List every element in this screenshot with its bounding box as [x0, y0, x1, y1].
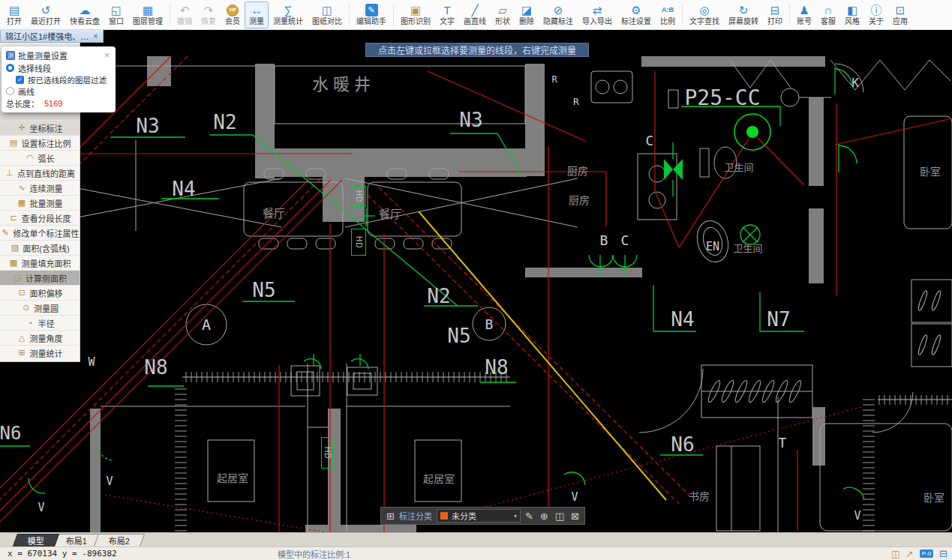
- sidebar-item-measure-circle[interactable]: ⊙测量圆: [0, 300, 80, 315]
- toolbar-button-shapes[interactable]: ▱形状: [491, 1, 515, 28]
- valve-icon: [664, 159, 683, 180]
- sidebar-item-measure-fill-area[interactable]: ▩测量填充面积: [0, 255, 80, 270]
- redo-icon: ↷: [203, 4, 215, 16]
- measure-fill-area-icon: ▩: [9, 258, 19, 268]
- export-icon[interactable]: ↗: [906, 549, 914, 559]
- close-icon[interactable]: ×: [93, 31, 98, 40]
- total-length-value: 5169: [44, 99, 62, 108]
- batch-measure-dialog: 测 批量测量设置 × 选择线段 ✓ 按已选线段的图层过滤 画线 总长度： 516…: [2, 46, 116, 112]
- text-icon: T: [441, 4, 454, 16]
- dialog-close-icon[interactable]: ×: [103, 50, 111, 61]
- toolbar-button-import-export[interactable]: ⇄导入导出: [578, 1, 617, 28]
- toolbar-button-layer-manager[interactable]: ▦图层管理: [128, 1, 167, 28]
- sidebar-item-calc-side-area[interactable]: ◲计算侧面积: [0, 270, 80, 285]
- arc-length-label: 弧长: [38, 152, 55, 164]
- toolbar-button-hide-annotations[interactable]: ⊘隐藏标注: [539, 1, 578, 28]
- toolbar-button-undo[interactable]: ↶撤销: [173, 1, 197, 28]
- toolbar-button-apps[interactable]: ⊡应用: [888, 1, 912, 28]
- document-tab[interactable]: 锦江小区1#楼强电、… ×: [0, 30, 104, 43]
- tab-layout2[interactable]: 布局2: [94, 534, 145, 547]
- sidebar-item-measure-angle[interactable]: △测量角度: [0, 330, 80, 345]
- toolbar-button-vip-member[interactable]: VIP会员: [221, 1, 245, 28]
- draw-line-icon: ╱: [469, 4, 482, 16]
- toolbar-button-draw-line[interactable]: ╱画直线: [459, 1, 491, 28]
- vip-member-icon: VIP: [227, 4, 239, 16]
- move-annotation-icon[interactable]: ⊕: [540, 511, 548, 522]
- measure-icon: ↔: [251, 4, 263, 16]
- annotation-settings-icon: ⚙: [630, 4, 643, 16]
- sidebar-item-area-with-arc[interactable]: ▨面积(含弧线): [0, 240, 80, 255]
- toolbar-button-open[interactable]: ▤打开: [2, 1, 26, 28]
- toolbar-button-account[interactable]: ♟账号: [792, 1, 816, 28]
- continuous-measure-label: 连续测量: [30, 182, 63, 194]
- toolbar-button-text-search[interactable]: ◎文字查找: [685, 1, 724, 28]
- apps-label: 应用: [893, 17, 908, 25]
- lock-annotation-icon[interactable]: ⊠: [571, 511, 579, 522]
- clipboard-icon[interactable]: ◫: [891, 549, 899, 559]
- layer-filter-checkbox[interactable]: ✓: [16, 76, 24, 84]
- layer-filter-label: 按已选线段的图层过滤: [28, 74, 107, 85]
- sidebar-item-set-annotation-scale[interactable]: ▤设置标注比例: [0, 135, 80, 150]
- sidebar-item-batch-measure[interactable]: ▦批量测量: [0, 195, 80, 210]
- cloud-drive-icon: ☁: [79, 4, 92, 16]
- toolbar-button-customer-service[interactable]: ∩客服: [816, 1, 840, 28]
- annotation-scale-status: 模型中的标注比例:1: [278, 548, 350, 560]
- drawing-compare-label: 图纸对比: [312, 17, 342, 25]
- screen-rotate-label: 屏幕旋转: [728, 17, 758, 25]
- toolbar-button-redo[interactable]: ↷恢复: [197, 1, 221, 28]
- measure-statistics-icon: ⊞: [17, 348, 27, 358]
- sidebar-item-point-to-line-distance[interactable]: ⊥点到直线的距离: [0, 165, 80, 180]
- hide-annotations-icon: ⊘: [552, 4, 565, 16]
- sidebar-item-radius[interactable]: ◔半径: [0, 315, 80, 330]
- delete-label: 删除: [519, 17, 534, 25]
- toolbar-button-annotation-settings[interactable]: ⚙标注设置: [617, 1, 656, 28]
- toolbar-button-window[interactable]: ◱窗口: [104, 1, 128, 28]
- toolbar-button-scale[interactable]: A:B比例: [656, 1, 680, 28]
- coordinate-annotation-icon: ✛: [17, 123, 27, 133]
- toolbar-button-text[interactable]: T文字: [435, 1, 459, 28]
- cloud-drive-label: 快看云盘: [70, 17, 100, 25]
- sidebar-item-arc-length[interactable]: ◠弧长: [0, 150, 80, 165]
- toolbar-button-style[interactable]: ◧风格: [840, 1, 864, 28]
- walls: [90, 56, 825, 532]
- recent-open-label: 最近打开: [31, 17, 61, 25]
- view-segment-lengths-label: 查看分段长度: [22, 212, 71, 224]
- layer-manager-label: 图层管理: [133, 17, 163, 25]
- toolbar-button-drawing-compare[interactable]: ◫图纸对比: [308, 1, 347, 28]
- copy-annotation-icon[interactable]: ◫: [555, 511, 564, 522]
- toolbar-button-screen-rotate[interactable]: ↻屏幕旋转: [724, 1, 763, 28]
- sidebar-item-coordinate-annotation[interactable]: ✛坐标标注: [0, 120, 80, 135]
- tab-model[interactable]: 模型: [13, 534, 59, 547]
- shape-recognition-icon: ▣: [410, 4, 422, 16]
- category-dropdown[interactable]: 未分类 ▾: [437, 509, 521, 523]
- select-segments-radio[interactable]: [6, 64, 14, 72]
- yellow-cable-line: [419, 211, 666, 500]
- toolbar-button-edit-assistant[interactable]: ✎编辑助手: [352, 1, 391, 28]
- sidebar-item-measure-statistics[interactable]: ⊞测量统计: [0, 345, 80, 360]
- toolbar-button-cloud-drive[interactable]: ☁快看云盘: [65, 1, 104, 28]
- toolbar-button-about[interactable]: ⓘ关于: [864, 1, 888, 28]
- toolbar-button-recent-open[interactable]: ↺最近打开: [26, 1, 65, 28]
- toolbar-button-shape-recognition[interactable]: ▣图形识别: [396, 1, 435, 28]
- sidebar-item-modify-annotation-property[interactable]: ✎修改单个标注属性: [0, 225, 80, 240]
- hd-distribution-label: HD: [351, 186, 366, 207]
- p0-badge[interactable]: P-0: [920, 550, 933, 558]
- toolbar-button-measure-stats[interactable]: ∑测量统计: [269, 1, 308, 28]
- edit-annotation-icon[interactable]: ✎: [525, 511, 533, 522]
- sidebar-item-continuous-measure[interactable]: ∿连续测量: [0, 180, 80, 195]
- sidebar-item-area-offset[interactable]: ⊡面积偏移: [0, 285, 80, 300]
- calc-side-area-label: 计算侧面积: [26, 272, 67, 284]
- toolbar-button-print[interactable]: ⊟打印: [763, 1, 787, 28]
- toolbar-button-delete[interactable]: ◪删除: [515, 1, 539, 28]
- draw-line-radio[interactable]: [6, 87, 14, 95]
- toolbar-separator: [789, 4, 790, 26]
- text-search-label: 文字查找: [689, 17, 719, 25]
- classify-label: 标注分类: [399, 510, 432, 522]
- grid-icon[interactable]: ⊞: [386, 511, 395, 522]
- cad-drawing: [0, 30, 952, 532]
- cad-canvas[interactable]: 点击左键或拉框选择要测量的线段，右键完成测量 ⊞ 标注分类 未分类 ▾ ✎⊕◫⊠…: [0, 30, 952, 532]
- monitor-icon[interactable]: ⊟: [939, 548, 947, 559]
- sidebar-item-view-segment-lengths[interactable]: ⊏查看分段长度: [0, 210, 80, 225]
- toolbar-button-measure[interactable]: ↔测量: [245, 1, 269, 28]
- shapes-label: 形状: [495, 17, 510, 25]
